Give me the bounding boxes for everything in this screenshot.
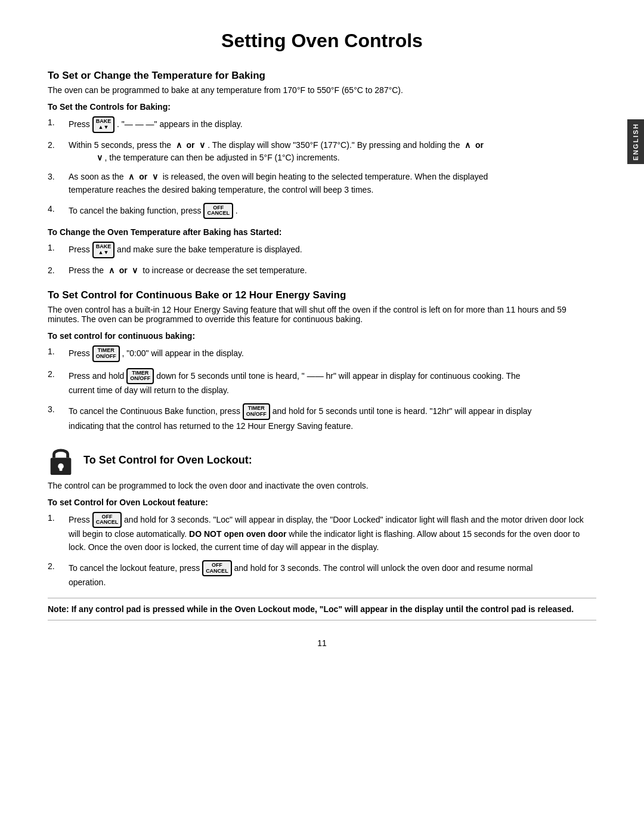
page: ENGLISH Setting Oven Controls To Set or …	[0, 0, 644, 837]
section-lockout: To Set Control for Oven Lockout: The con…	[48, 445, 596, 621]
section1-subtitle2: To Change the Oven Temperature after Bak…	[48, 227, 596, 237]
list-item: 1. Press TIMERON/OFF , "0:00" will appea…	[48, 345, 596, 362]
section-continuous-bake: To Set Control for Continuous Bake or 12…	[48, 289, 596, 433]
note-box: Note: If any control pad is pressed whil…	[48, 598, 596, 620]
page-number: 11	[48, 638, 596, 648]
bake-button-img2: BAKE▲▼	[92, 242, 115, 258]
list-item: 2. Press and hold TIMERON/OFF down for 5…	[48, 368, 596, 397]
bake-button-img: BAKE▲▼	[92, 116, 115, 133]
section1-steps2: 1. Press BAKE▲▼ and make sure the bake t…	[48, 242, 596, 277]
list-item: 2. To cancel the lockout feature, press …	[48, 560, 596, 589]
section3-title: To Set Control for Oven Lockout:	[83, 454, 252, 467]
list-item: 3. To cancel the Continuous Bake functio…	[48, 403, 596, 433]
timer-button-img: TIMERON/OFF	[92, 345, 120, 362]
section2-steps: 1. Press TIMERON/OFF , "0:00" will appea…	[48, 345, 596, 433]
off-cancel-button-img2: OFFCANCEL	[92, 512, 122, 529]
section1-title: To Set or Change the Temperature for Bak…	[48, 70, 596, 82]
timer-button-img2: TIMERON/OFF	[126, 368, 154, 385]
list-item: 2. Within 5 seconds, press the ∧ or ∨ . …	[48, 139, 596, 165]
list-item: 2. Press the ∧ or ∨ to increase or decre…	[48, 264, 596, 277]
page-title: Setting Oven Controls	[48, 30, 596, 52]
section3-steps: 1. Press OFFCANCEL and hold for 3 second…	[48, 512, 596, 590]
list-item: 1. Press BAKE▲▼ and make sure the bake t…	[48, 242, 596, 258]
down-arrow: ∨	[199, 140, 205, 150]
list-item: 4. To cancel the baking function, press …	[48, 203, 596, 220]
up-arrow: ∧	[176, 140, 182, 150]
off-cancel-button-img: OFFCANCEL	[203, 203, 233, 220]
section2-title: To Set Control for Continuous Bake or 12…	[48, 289, 596, 301]
section3-intro: The control can be programmed to lock th…	[48, 481, 596, 490]
section3-subtitle: To set Control for Oven Lockout feature:	[48, 498, 596, 507]
timer-button-img3: TIMERON/OFF	[243, 403, 270, 420]
section2-intro: The oven control has a built-in 12 Hour …	[48, 305, 596, 324]
lockout-header: To Set Control for Oven Lockout:	[48, 445, 596, 476]
list-item: 1. Press OFFCANCEL and hold for 3 second…	[48, 512, 596, 554]
section1-subtitle: To Set the Controls for Baking:	[48, 102, 596, 112]
list-item: 3. As soon as the ∧ or ∨ is released, th…	[48, 171, 596, 196]
side-tab-text: ENGLISH	[632, 123, 639, 160]
side-tab: ENGLISH	[627, 119, 644, 164]
section2-subtitle: To set control for continuous baking:	[48, 331, 596, 341]
lock-icon	[48, 445, 74, 476]
section1-intro: The oven can be programmed to bake at an…	[48, 85, 596, 95]
off-cancel-button-img3: OFFCANCEL	[202, 560, 232, 577]
svg-rect-2	[60, 466, 63, 471]
section1-steps: 1. Press BAKE▲▼ . "— — —" appears in the…	[48, 116, 596, 219]
list-item: 1. Press BAKE▲▼ . "— — —" appears in the…	[48, 116, 596, 133]
note-text: Note: If any control pad is pressed whil…	[48, 604, 574, 614]
section-baking-temp: To Set or Change the Temperature for Bak…	[48, 70, 596, 277]
